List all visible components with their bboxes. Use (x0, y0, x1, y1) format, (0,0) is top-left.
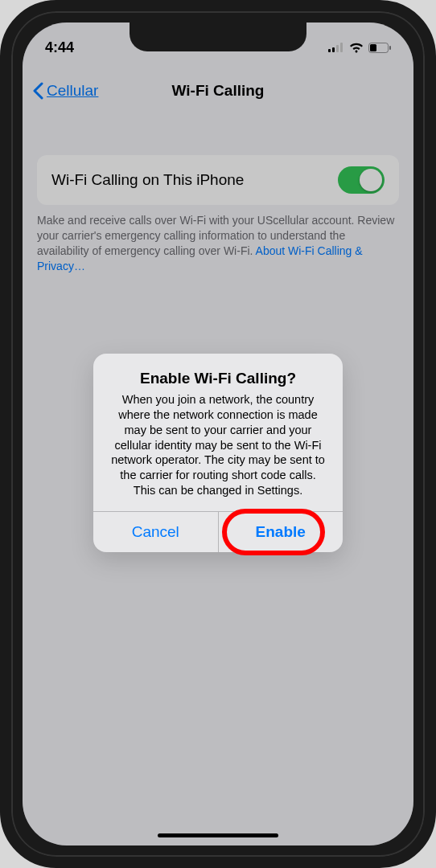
alert-title: Enable Wi-Fi Calling? (108, 370, 328, 387)
cancel-button[interactable]: Cancel (93, 512, 219, 552)
phone-frame: 4:44 (0, 0, 436, 868)
notch (130, 23, 306, 51)
alert-content: Enable Wi-Fi Calling? When you join a ne… (93, 354, 343, 511)
screen: 4:44 (23, 23, 413, 845)
enable-wifi-calling-alert: Enable Wi-Fi Calling? When you join a ne… (93, 354, 343, 552)
alert-message: When you join a network, the country whe… (108, 392, 328, 498)
alert-buttons: Cancel Enable (93, 511, 343, 552)
enable-button[interactable]: Enable (219, 512, 343, 552)
